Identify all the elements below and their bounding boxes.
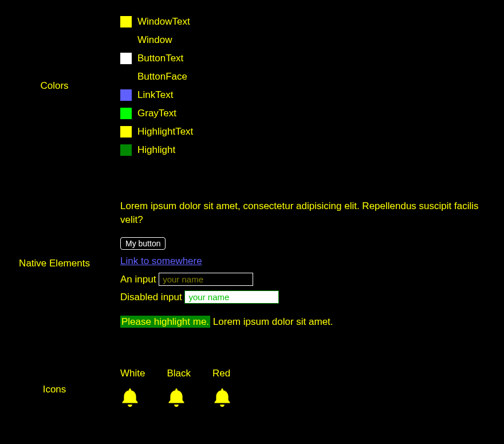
- native-elements-section-label: Native Elements: [0, 258, 120, 269]
- name-input[interactable]: [159, 273, 253, 286]
- color-row: Window: [120, 31, 493, 49]
- icons-content: White Black Red: [120, 368, 504, 412]
- icon-label: White: [120, 368, 145, 379]
- highlight-rest-text: Lorem ipsum dolor sit amet.: [210, 316, 333, 327]
- color-swatch: [120, 53, 132, 64]
- disabled-input-row: Disabled input: [120, 290, 493, 304]
- icons-section-label: Icons: [0, 384, 120, 395]
- color-swatch: [120, 108, 132, 119]
- color-name: WindowText: [137, 16, 190, 27]
- icon-item: White: [120, 368, 145, 412]
- color-row: GrayText: [120, 104, 493, 123]
- icon-label: Black: [167, 368, 191, 379]
- color-name: LinkText: [137, 89, 173, 101]
- colors-list: WindowText Window ButtonText ButtonFace …: [120, 13, 504, 159]
- icon-label: Red: [212, 368, 230, 379]
- icons-section: Icons White Black: [0, 368, 504, 412]
- bell-icon: [212, 387, 232, 412]
- color-swatch-empty: [120, 34, 132, 46]
- color-row: Highlight: [120, 141, 493, 159]
- color-row: LinkText: [120, 86, 493, 104]
- color-name: ButtonFace: [137, 71, 187, 82]
- name-input-disabled[interactable]: [184, 290, 279, 304]
- sample-paragraph: Lorem ipsum dolor sit amet, consectetur …: [120, 199, 493, 227]
- my-button[interactable]: My button: [120, 237, 166, 250]
- color-swatch: [120, 16, 132, 27]
- color-row: ButtonFace: [120, 68, 493, 86]
- native-elements-section: Native Elements Lorem ipsum dolor sit am…: [0, 199, 504, 328]
- color-name: Highlight: [137, 144, 175, 156]
- color-row: HighlightText: [120, 123, 493, 141]
- color-swatch-empty: [120, 71, 132, 82]
- color-name: GrayText: [137, 108, 176, 119]
- color-name: Window: [137, 34, 172, 46]
- native-elements-content: Lorem ipsum dolor sit amet, consectetur …: [120, 199, 504, 328]
- button-row: My button: [120, 237, 493, 250]
- highlighted-text: Please highlight me.: [120, 316, 210, 328]
- icon-item: Red: [212, 368, 232, 412]
- highlight-paragraph: Please highlight me. Lorem ipsum dolor s…: [120, 316, 493, 328]
- color-name: HighlightText: [137, 126, 193, 137]
- link-row: Link to somewhere: [120, 256, 493, 267]
- bell-icon: [120, 387, 140, 412]
- bell-icon: [167, 387, 186, 412]
- input-label: An input: [120, 274, 156, 285]
- color-swatch: [120, 89, 132, 101]
- icon-item: Black: [167, 368, 191, 412]
- input-row: An input: [120, 273, 493, 286]
- colors-section-label: Colors: [0, 80, 120, 92]
- disabled-input-label: Disabled input: [120, 292, 182, 302]
- color-name: ButtonText: [137, 53, 183, 64]
- color-swatch: [120, 144, 132, 156]
- color-row: WindowText: [120, 13, 493, 31]
- sample-link[interactable]: Link to somewhere: [120, 256, 202, 266]
- color-row: ButtonText: [120, 49, 493, 68]
- color-swatch: [120, 126, 132, 137]
- colors-section: Colors WindowText Window ButtonText Butt…: [0, 0, 504, 159]
